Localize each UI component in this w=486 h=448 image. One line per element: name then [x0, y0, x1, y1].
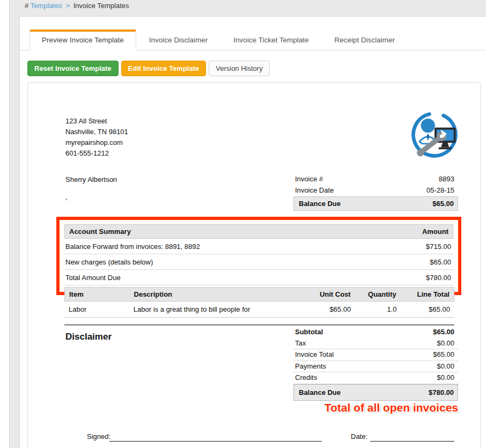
- line-items-header: Item Description Unit Cost Quantity Line…: [64, 287, 454, 302]
- summary-row-amount: $715.00: [426, 243, 451, 251]
- balance-due-value: $780.00: [429, 388, 454, 397]
- invoice-date-label: Invoice Date: [295, 186, 334, 195]
- reset-invoice-template-button[interactable]: Reset Invoice Template: [27, 61, 119, 76]
- invoice-number-label: Invoice #: [295, 174, 323, 183]
- col-quantity: Quantity: [351, 290, 396, 298]
- summary-row-label: Total Amount Due: [65, 274, 121, 282]
- balance-due-row-top: Balance Due $65.00: [293, 196, 458, 211]
- invoice-number-row: Invoice # 8893: [293, 173, 458, 185]
- totals-separator: [64, 324, 454, 326]
- total-label: Subtotal: [295, 328, 323, 337]
- payments-row: Payments $0.00: [293, 361, 458, 373]
- summary-row-amount: $780.00: [426, 274, 451, 282]
- tax-row: Tax $0.00: [293, 338, 458, 350]
- account-summary-amount-header: Amount: [422, 227, 448, 236]
- company-website: myrepairshop.com: [65, 137, 128, 148]
- toolbar: Reset Invoice Template Edit Invoice Temp…: [27, 61, 486, 76]
- col-item: Item: [69, 290, 134, 298]
- tab-receipt-disclaimer[interactable]: Receipt Disclaimer: [321, 30, 408, 50]
- total-value: $0.00: [437, 339, 454, 348]
- breadcrumb: # Templates > Invoice Templates: [25, 2, 129, 10]
- total-label: Credits: [295, 373, 317, 383]
- tab-preview-invoice-template[interactable]: Preview Invoice Template: [30, 30, 136, 50]
- disclaimer-title: Disclaimer: [65, 332, 112, 342]
- summary-row-amount: $65.00: [430, 258, 451, 266]
- breadcrumb-separator: >: [64, 2, 72, 10]
- date-label: Date:: [351, 432, 367, 440]
- breadcrumb-hash: #: [25, 2, 28, 10]
- balance-due-label: Balance Due: [299, 388, 341, 397]
- total-value: $0.00: [437, 373, 454, 383]
- tab-bar: Preview Invoice Template Invoice Disclai…: [20, 30, 486, 50]
- invoice-date-row: Invoice Date 05-28-15: [293, 185, 458, 196]
- version-history-button[interactable]: Version History: [209, 61, 269, 76]
- total-label: Payments: [295, 362, 326, 371]
- open-invoices-annotation: Total of all open invoices: [293, 401, 459, 414]
- credits-row: Credits $0.00: [293, 372, 458, 384]
- col-line-total: Line Total: [396, 290, 450, 298]
- edit-invoice-template-button[interactable]: Edit Invoice Template: [121, 61, 207, 76]
- customer-city-line: ,: [65, 193, 68, 201]
- date-line: [370, 441, 454, 442]
- line-item-row: Labor Labor is a great thing to bill peo…: [64, 302, 454, 318]
- totals-table: Subtotal $65.00 Tax $0.00 Invoice Total …: [293, 327, 458, 401]
- summary-row-label: Balance Forward from invoices: 8891, 889…: [65, 243, 200, 251]
- item-line-total: $65.00: [396, 305, 450, 313]
- company-address-block: 123 All Street Nashville, TN 98101 myrep…: [65, 116, 128, 159]
- account-summary-header: Account Summary Amount: [64, 224, 453, 239]
- invoice-number-value: 8893: [439, 174, 454, 183]
- account-summary-row: Balance Forward from invoices: 8891, 889…: [64, 239, 453, 254]
- item-description: Labor is a great thing to bill people fo…: [134, 305, 294, 313]
- col-unit-cost: Unit Cost: [293, 290, 350, 298]
- signed-label: Signed:: [87, 432, 111, 440]
- item-unit-cost: $65.00: [294, 305, 351, 313]
- account-summary-row: New charges (details below) $65.00: [64, 254, 453, 270]
- item-name: Labor: [69, 305, 134, 313]
- signed-line: [109, 441, 322, 442]
- account-summary-title: Account Summary: [69, 227, 131, 236]
- left-rail: [0, 0, 10, 448]
- tab-invoice-disclaimer[interactable]: Invoice Disclaimer: [136, 30, 221, 50]
- breadcrumb-link-templates[interactable]: Templates: [31, 2, 62, 10]
- balance-due-label: Balance Due: [299, 199, 341, 208]
- invoice-total-row: Invoice Total $65.00: [293, 349, 458, 361]
- repair-shop-logo-icon: [409, 109, 460, 161]
- col-description: Description: [134, 290, 294, 298]
- content-card: Preview Invoice Template Invoice Disclai…: [19, 16, 486, 448]
- account-summary-highlight-box: Account Summary Amount Balance Forward f…: [56, 217, 461, 295]
- customer-name: Sherry Albertson: [65, 175, 117, 183]
- total-value: $65.00: [433, 328, 454, 337]
- company-phone: 601-555-1212: [65, 148, 128, 159]
- invoice-meta-table: Invoice # 8893 Invoice Date 05-28-15 Bal…: [293, 173, 458, 211]
- line-items-table: Item Description Unit Cost Quantity Line…: [64, 287, 454, 318]
- subtotal-row: Subtotal $65.00: [293, 327, 458, 338]
- tab-invoice-ticket-template[interactable]: Invoice Ticket Template: [220, 30, 321, 50]
- balance-due-row-bottom: Balance Due $780.00: [293, 384, 458, 401]
- company-address-line1: 123 All Street: [65, 116, 128, 127]
- item-quantity: 1.0: [351, 305, 396, 313]
- account-summary-row: Total Amount Due $780.00: [64, 270, 453, 285]
- company-address-line2: Nashville, TN 98101: [65, 127, 128, 137]
- total-value: $0.00: [437, 362, 454, 371]
- invoice-date-value: 05-28-15: [426, 186, 454, 195]
- total-label: Invoice Total: [295, 350, 334, 359]
- summary-row-label: New charges (details below): [65, 258, 153, 266]
- invoice-preview-panel: 123 All Street Nashville, TN 98101 myrep…: [27, 82, 481, 448]
- balance-due-value: $65.00: [432, 199, 454, 208]
- breadcrumb-current: Invoice Templates: [73, 2, 129, 10]
- total-value: $65.00: [433, 350, 454, 359]
- total-label: Tax: [295, 339, 306, 348]
